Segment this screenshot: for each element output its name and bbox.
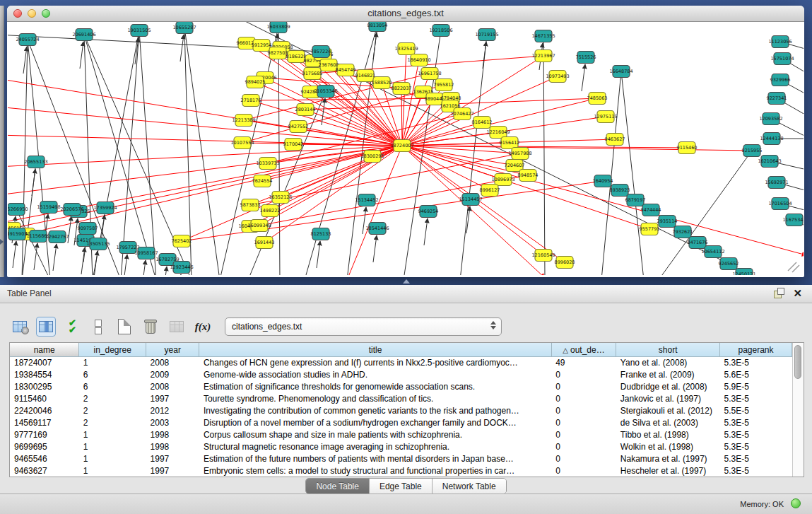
table-cell[interactable]: 5.3E-5 xyxy=(720,428,792,440)
table-row[interactable]: 1830029562008Estimation of significance … xyxy=(10,381,792,393)
graph-edge[interactable] xyxy=(402,146,514,165)
graph-edge[interactable] xyxy=(402,146,565,262)
table-mode-button[interactable] xyxy=(10,317,30,337)
graph-edge[interactable] xyxy=(259,175,528,226)
table-cell[interactable]: 0 xyxy=(551,416,616,428)
tab-node-table[interactable]: Node Table xyxy=(306,479,369,493)
graph-edge[interactable] xyxy=(121,30,139,275)
expand-panel-arrow-icon[interactable] xyxy=(0,239,4,245)
graph-edge[interactable] xyxy=(13,241,16,268)
table-cell[interactable]: Estimation of significance thresholds fo… xyxy=(199,381,551,393)
table-cell[interactable]: 9115460 xyxy=(10,393,79,405)
table-cell[interactable]: 14569117 xyxy=(10,416,79,428)
column-header-out-degree[interactable]: △out_de… xyxy=(551,343,616,357)
table-row[interactable]: 911546021997Tourette syndrome. Phenomeno… xyxy=(10,393,792,405)
column-header-in-degree[interactable]: in_degree xyxy=(79,343,146,357)
graph-edge[interactable] xyxy=(305,110,402,146)
graph-edge[interactable] xyxy=(8,146,402,167)
table-cell[interactable]: 1 xyxy=(79,465,146,477)
table-cell[interactable]: 0 xyxy=(551,405,616,417)
graph-edge[interactable] xyxy=(81,247,85,274)
network-view[interactable]: 1872400796601265912954182260589827503818… xyxy=(8,22,804,275)
table-cell[interactable]: 22420046 xyxy=(10,405,79,417)
float-panel-icon[interactable] xyxy=(774,288,784,298)
table-cell[interactable]: Franke et al. (2009) xyxy=(616,369,720,381)
graph-edge[interactable] xyxy=(251,98,451,100)
close-button[interactable] xyxy=(13,9,22,18)
graph-edge[interactable] xyxy=(460,35,487,275)
vertical-scrollbar[interactable] xyxy=(792,343,804,477)
graph-edge[interactable] xyxy=(177,274,181,275)
table-cell[interactable]: Tourette syndrome. Phenomenology and cla… xyxy=(199,393,551,405)
table-cell[interactable]: 2012 xyxy=(146,405,199,417)
column-header-name[interactable]: name xyxy=(10,343,79,357)
table-cell[interactable]: 0 xyxy=(551,369,616,381)
table-row[interactable]: 969969511998Structural magnetic resonanc… xyxy=(10,440,792,452)
table-cell[interactable]: Dudbridge et al. (2008) xyxy=(616,381,720,393)
delete-column-button[interactable] xyxy=(141,317,160,337)
table-cell[interactable]: 2003 xyxy=(146,416,199,428)
graph-edge[interactable] xyxy=(180,35,184,62)
column-header-pagerank[interactable]: pagerank xyxy=(720,343,792,357)
table-row[interactable]: 946362711997Embryonic stem cells: a mode… xyxy=(10,465,792,477)
graph-edge[interactable] xyxy=(139,30,156,275)
graph-edge[interactable] xyxy=(53,244,57,271)
network-canvas[interactable]: 1872400796601265912954182260589827503818… xyxy=(8,22,804,275)
table-cell[interactable]: 19384554 xyxy=(10,369,79,381)
graph-edge[interactable] xyxy=(373,33,377,59)
table-cell[interactable]: 5.3E-5 xyxy=(720,357,792,369)
column-header-year[interactable]: year xyxy=(146,343,199,357)
graph-edge[interactable] xyxy=(483,42,486,69)
graph-edge[interactable] xyxy=(317,241,320,268)
table-cell[interactable]: Stergiakouli et al. (2012) xyxy=(616,405,720,417)
new-column-button[interactable] xyxy=(114,317,134,337)
graph-edge[interactable] xyxy=(124,255,127,275)
table-cell[interactable]: 1 xyxy=(79,357,146,369)
select-all-columns-button[interactable]: ✔✔ xyxy=(62,317,82,337)
table-cell[interactable]: 5.3E-5 xyxy=(720,416,792,428)
close-panel-icon[interactable]: ✕ xyxy=(793,288,802,298)
table-cell[interactable]: de Silva et al. (2003) xyxy=(616,416,720,428)
table-cell[interactable]: 1 xyxy=(79,452,146,465)
table-cell[interactable]: Nakamura et al. (1997) xyxy=(616,452,720,465)
window-titlebar[interactable]: citations_edges.txt xyxy=(7,6,804,22)
table-cell[interactable]: Tibbo et al. (1998) xyxy=(616,428,720,440)
table-selector-dropdown[interactable]: citations_edges.txt xyxy=(225,317,502,336)
memory-ok-indicator[interactable] xyxy=(791,498,801,508)
table-cell[interactable]: 5.5E-5 xyxy=(720,405,792,417)
graph-edge[interactable] xyxy=(424,218,428,245)
table-cell[interactable]: 9463627 xyxy=(10,465,79,477)
table-cell[interactable]: 0 xyxy=(551,393,616,405)
table-cell[interactable]: 1997 xyxy=(146,393,199,405)
table-cell[interactable]: Structural magnetic resonance image aver… xyxy=(199,440,551,452)
table-cell[interactable]: 2008 xyxy=(146,357,199,369)
graph-edge[interactable] xyxy=(142,260,146,275)
table-cell[interactable]: Corpus callosum shape and size in male p… xyxy=(199,428,551,440)
table-cell[interactable]: 2009 xyxy=(146,369,199,381)
graph-edge[interactable] xyxy=(80,42,83,69)
table-cell[interactable]: 1 xyxy=(79,440,146,452)
table-cell[interactable]: 9777169 xyxy=(10,428,79,440)
scrollbar-thumb[interactable] xyxy=(794,345,801,379)
table-cell[interactable]: 0 xyxy=(551,428,616,440)
graph-edge[interactable] xyxy=(23,47,27,74)
table-row[interactable]: 2242004622012Investigating the contribut… xyxy=(10,405,792,417)
tab-edge-table[interactable]: Edge Table xyxy=(369,479,432,493)
table-row[interactable]: 946554611997Estimation of the future num… xyxy=(10,452,792,465)
table-cell[interactable]: 1998 xyxy=(146,440,199,452)
table-cell[interactable]: 18724007 xyxy=(10,357,79,369)
table-row[interactable]: 977716911998Corpus callosum shape and si… xyxy=(10,428,792,440)
table-cell[interactable]: 5.3E-5 xyxy=(720,393,792,405)
table-cell[interactable]: 1 xyxy=(79,428,146,440)
graph-edge[interactable] xyxy=(543,36,545,275)
graph-edge[interactable] xyxy=(582,64,585,91)
table-cell[interactable]: 1998 xyxy=(146,428,199,440)
table-cell[interactable]: 6 xyxy=(79,381,146,393)
table-cell[interactable]: 2 xyxy=(79,416,146,428)
graph-edge[interactable] xyxy=(32,169,35,196)
table-cell[interactable]: 6 xyxy=(79,369,146,381)
table-cell[interactable]: 18300295 xyxy=(10,381,79,393)
table-cell[interactable]: Wolkin et al. (1998) xyxy=(616,440,720,452)
table-cell[interactable]: 5.3E-5 xyxy=(720,440,792,452)
graph-edge[interactable] xyxy=(373,235,377,262)
